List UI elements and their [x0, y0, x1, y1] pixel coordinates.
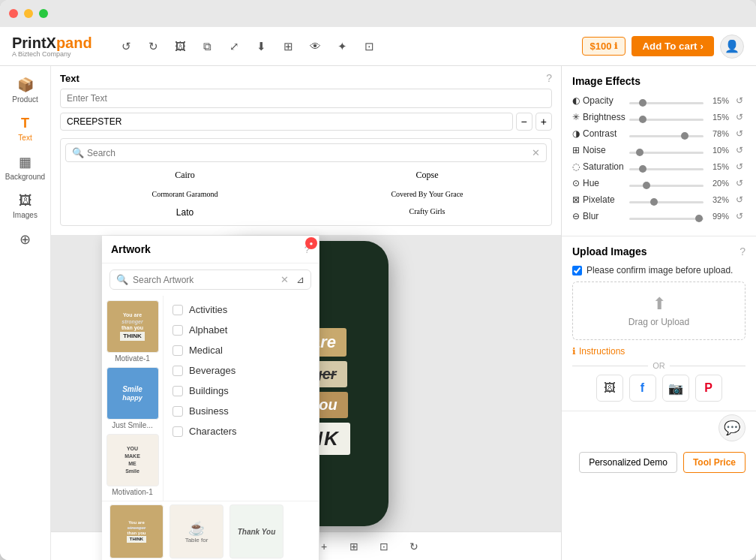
- upload-help-icon: ?: [740, 245, 746, 257]
- sidebar-item-background[interactable]: ▦ Background: [4, 149, 46, 185]
- artwork-category-characters[interactable]: Characters: [170, 422, 313, 441]
- noise-reset-btn[interactable]: ↺: [734, 144, 746, 156]
- sidebar-item-extra[interactable]: ⊕: [4, 227, 46, 252]
- font-size-decrease-btn[interactable]: −: [516, 113, 532, 131]
- contrast-label: ◑ Contrast: [572, 128, 625, 139]
- user-avatar-button[interactable]: 👤: [720, 35, 744, 59]
- pixelate-slider[interactable]: [629, 201, 704, 203]
- rotate-canvas-btn[interactable]: ↻: [404, 536, 424, 557]
- artwork-category-business[interactable]: Business: [170, 402, 313, 420]
- grid-btn[interactable]: ⊡: [359, 36, 380, 57]
- image-effects-title: Image Effects: [572, 75, 640, 87]
- close-dot[interactable]: [9, 9, 18, 18]
- font-item-covered[interactable]: Covered By Your Grace: [308, 187, 547, 201]
- checkbox-activities[interactable]: [172, 305, 183, 315]
- bottom-thumb-1[interactable]: You are stronger than you THINK: [110, 504, 164, 558]
- hue-reset-btn[interactable]: ↺: [734, 177, 746, 189]
- eye-btn[interactable]: 👁: [305, 36, 326, 57]
- grid-toggle-btn[interactable]: ⊡: [374, 536, 394, 557]
- text-icon: T: [21, 116, 29, 131]
- artwork-category-medical[interactable]: Medical: [170, 341, 313, 360]
- expand-btn[interactable]: ⤢: [224, 36, 245, 57]
- category-beverages-label: Beverages: [189, 365, 236, 376]
- info-circle-icon: ℹ: [572, 346, 576, 357]
- artwork-search-input[interactable]: [133, 275, 276, 285]
- pinterest-btn[interactable]: P: [695, 375, 722, 402]
- saturation-reset-btn[interactable]: ↺: [734, 161, 746, 173]
- artwork-category-activities[interactable]: Activities: [170, 300, 313, 319]
- font-item-copse[interactable]: Copse: [308, 167, 547, 184]
- facebook-btn[interactable]: f: [629, 375, 656, 402]
- redo-btn[interactable]: ↻: [143, 36, 164, 57]
- brightness-slider[interactable]: [629, 119, 704, 121]
- background-label: Background: [5, 173, 45, 181]
- effect-row-saturation: ◌ Saturation 15% ↺: [572, 161, 746, 173]
- font-item-crafty[interactable]: Crafty Girls: [308, 204, 547, 221]
- checkbox-medical[interactable]: [172, 345, 183, 356]
- font-size-increase-btn[interactable]: +: [536, 113, 552, 131]
- brightness-reset-btn[interactable]: ↺: [734, 111, 746, 123]
- bottom-thumb-3[interactable]: Thank You ●: [230, 504, 284, 558]
- noise-slider[interactable]: [629, 152, 704, 154]
- contrast-slider[interactable]: [629, 135, 704, 137]
- gallery-btn[interactable]: 🖼: [596, 375, 623, 402]
- layers-btn[interactable]: ⊞: [278, 36, 299, 57]
- image-btn[interactable]: 🖼: [170, 36, 191, 57]
- chat-icon[interactable]: 💬: [718, 414, 746, 441]
- checkbox-business[interactable]: [172, 406, 183, 417]
- instructions-link[interactable]: ℹ Instructions: [572, 346, 746, 357]
- personalized-demo-button[interactable]: Personalized Demo: [579, 452, 677, 473]
- checkbox-beverages[interactable]: [172, 366, 183, 376]
- copy-btn[interactable]: ⧉: [197, 36, 218, 57]
- align-btn[interactable]: ⊞: [344, 536, 364, 557]
- close-icon[interactable]: ✕: [532, 147, 540, 158]
- hue-slider[interactable]: [629, 185, 704, 187]
- confirm-checkbox[interactable]: [572, 266, 582, 275]
- category-buildings-label: Buildings: [189, 385, 229, 396]
- artwork-filter-icon[interactable]: ⊿: [296, 274, 304, 285]
- blur-reset-btn[interactable]: ↺: [734, 210, 746, 222]
- font-select[interactable]: CREEPSTER: [60, 113, 513, 131]
- download-btn[interactable]: ⬇: [251, 36, 272, 57]
- artwork-search-clear-icon[interactable]: ✕: [280, 274, 289, 285]
- contrast-reset-btn[interactable]: ↺: [734, 128, 746, 140]
- artwork-main: You are stronger than you THINK Motivate…: [102, 296, 319, 501]
- blur-slider[interactable]: [629, 218, 704, 220]
- checkbox-alphabet[interactable]: [172, 325, 183, 336]
- sidebar-item-product[interactable]: 📦 Product: [4, 72, 46, 108]
- confirm-text: Please confirm image before upload.: [586, 265, 733, 275]
- text-input[interactable]: [60, 89, 552, 108]
- font-search-input[interactable]: [87, 148, 529, 158]
- upload-area[interactable]: ⬆ Drag or Upload: [572, 282, 746, 340]
- logo-text: PrintX: [12, 35, 56, 52]
- artwork-thumb-3[interactable]: YOUMAKEMESmile: [106, 434, 159, 486]
- upload-title: Upload Images: [572, 245, 647, 257]
- sidebar-item-images[interactable]: 🖼 Images: [4, 188, 46, 224]
- main-content: 📦 Product T Text ▦ Background 🖼 Images ⊕: [0, 66, 756, 560]
- tool-price-button[interactable]: Tool Price: [683, 452, 746, 473]
- add-to-cart-button[interactable]: Add To cart ›: [632, 36, 714, 56]
- artwork-category-beverages[interactable]: Beverages: [170, 361, 313, 380]
- font-item-cormorant[interactable]: Cormorant Garamond: [65, 187, 304, 201]
- artwork-category-alphabet[interactable]: Alphabet: [170, 321, 313, 339]
- bottom-thumb-2[interactable]: ☕ Table for: [170, 504, 224, 558]
- blur-slider-wrap: [629, 211, 704, 222]
- artwork-thumb-2[interactable]: Smilehappy: [106, 367, 159, 420]
- maximize-dot[interactable]: [39, 9, 48, 18]
- checkbox-buildings[interactable]: [172, 386, 183, 396]
- instagram-btn[interactable]: 📷: [662, 375, 689, 402]
- opacity-reset-btn[interactable]: ↺: [734, 95, 746, 107]
- font-item-cairo[interactable]: Cairo: [65, 167, 304, 184]
- font-item-lato[interactable]: Lato: [65, 204, 304, 221]
- blur-label: ⊖ Blur: [572, 211, 625, 221]
- sidebar-item-text[interactable]: T Text: [4, 111, 46, 146]
- effects-btn[interactable]: ✦: [332, 36, 353, 57]
- opacity-slider[interactable]: [629, 102, 704, 104]
- checkbox-characters[interactable]: [172, 426, 183, 437]
- saturation-slider[interactable]: [629, 168, 704, 170]
- artwork-category-buildings[interactable]: Buildings: [170, 381, 313, 400]
- minimize-dot[interactable]: [24, 9, 33, 18]
- undo-btn[interactable]: ↺: [116, 36, 137, 57]
- artwork-thumb-1[interactable]: You are stronger than you THINK: [106, 300, 159, 353]
- pixelate-reset-btn[interactable]: ↺: [734, 194, 746, 206]
